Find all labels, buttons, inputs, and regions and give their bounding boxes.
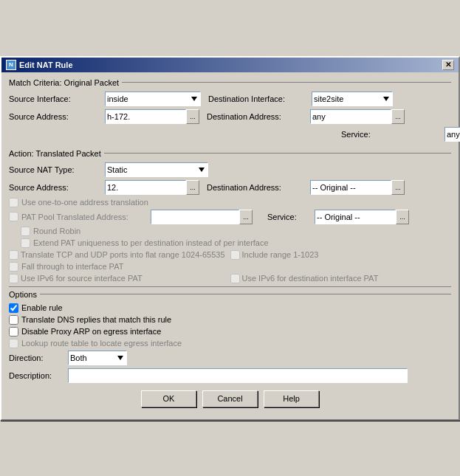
edit-nat-rule-window: N Edit NAT Rule ✕ Match Criteria: Origin… xyxy=(0,56,460,421)
round-robin-checkbox[interactable] xyxy=(21,227,30,236)
translate-tcp-checkbox[interactable] xyxy=(9,250,18,260)
enable-rule-label: Enable rule xyxy=(21,303,63,312)
translated-dest-input[interactable] xyxy=(310,180,391,195)
source-interface-label: Source Interface: xyxy=(9,94,105,103)
extend-pat-row: Extend PAT uniqueness to per destination… xyxy=(21,238,451,248)
translate-dns-label: Translate DNS replies that match this ru… xyxy=(21,315,171,324)
translated-source-browse[interactable]: ... xyxy=(186,180,199,195)
disable-proxy-label: Disable Proxy ARP on egress interface xyxy=(21,327,161,336)
fall-through-checkbox[interactable] xyxy=(9,262,18,272)
ipv6-src-label: Use IPv6 for source interface PAT xyxy=(21,274,143,283)
titlebar: N Edit NAT Rule ✕ xyxy=(1,58,459,72)
pat-pool-browse[interactable]: ... xyxy=(239,210,253,224)
ipv6-dst-group: Use IPv6 for destination interface PAT xyxy=(230,274,452,283)
fall-through-label: Fall through to interface PAT xyxy=(21,262,123,271)
dest-address-browse[interactable]: ... xyxy=(391,109,405,124)
source-address-input-group: ... xyxy=(105,109,199,124)
titlebar-left: N Edit NAT Rule xyxy=(6,60,73,70)
translated-source-label: Source Address: xyxy=(9,183,105,192)
ipv6-row: Use IPv6 for source interface PAT Use IP… xyxy=(9,274,451,283)
enable-rule-row: Enable rule xyxy=(9,303,451,313)
fall-through-row: Fall through to interface PAT xyxy=(9,262,451,272)
translated-dest-input-group: ... xyxy=(310,180,405,195)
source-nat-type-label: Source NAT Type: xyxy=(9,165,105,174)
source-address-browse[interactable]: ... xyxy=(186,109,199,124)
translate-tcp-group: Translate TCP and UDP ports into flat ra… xyxy=(9,250,230,260)
source-address-input[interactable] xyxy=(105,109,186,124)
translated-dest-group: Destination Address: ... xyxy=(207,180,405,195)
direction-label: Direction: xyxy=(9,353,68,362)
dest-address-group: Destination Address: ... xyxy=(207,109,405,124)
service-label: Service: xyxy=(341,130,444,139)
translated-dest-label: Destination Address: xyxy=(207,183,310,192)
cancel-button[interactable]: Cancel xyxy=(202,390,258,407)
use-one-to-one-checkbox[interactable] xyxy=(9,198,18,207)
match-criteria-label: Match Criteria: Original Packet xyxy=(9,78,451,87)
include-range-label: Include range 1-1023 xyxy=(242,250,319,259)
dest-interface-select[interactable]: site2site xyxy=(312,92,393,106)
extend-pat-label: Extend PAT uniqueness to per destination… xyxy=(33,238,269,247)
service-row: Service: ... xyxy=(9,127,451,142)
lookup-route-checkbox[interactable] xyxy=(9,339,18,348)
dest-address-input[interactable] xyxy=(310,109,391,124)
use-one-to-one-row: Use one-to-one address translation xyxy=(9,198,451,207)
translated-service-input-group: ... xyxy=(315,210,409,224)
description-label: Description: xyxy=(9,371,68,380)
description-input[interactable] xyxy=(68,368,408,383)
direction-select[interactable]: Both Inside Outside xyxy=(68,351,127,365)
ipv6-dst-label: Use IPv6 for destination interface PAT xyxy=(242,274,379,283)
window-title: Edit NAT Rule xyxy=(19,61,73,69)
disable-proxy-row: Disable Proxy ARP on egress interface xyxy=(9,327,451,337)
translate-tcp-label: Translate TCP and UDP ports into flat ra… xyxy=(21,250,225,259)
source-nat-type-select[interactable]: Static xyxy=(105,162,208,177)
close-button[interactable]: ✕ xyxy=(442,60,454,70)
source-address-row: Source Address: ... Destination Address:… xyxy=(9,109,451,124)
ipv6-src-checkbox[interactable] xyxy=(9,274,18,283)
translate-tcp-row: Translate TCP and UDP ports into flat ra… xyxy=(9,250,451,260)
use-one-to-one-label: Use one-to-one address translation xyxy=(21,198,148,207)
translated-service-browse[interactable]: ... xyxy=(396,210,409,224)
pat-pool-label: PAT Pool Translated Address: xyxy=(21,213,151,221)
dest-address-label: Destination Address: xyxy=(207,112,310,121)
include-range-checkbox[interactable] xyxy=(230,250,240,260)
round-robin-row: Round Robin xyxy=(21,227,451,236)
pat-pool-input-group: ... xyxy=(151,210,253,224)
source-interface-row: Source Interface: inside Destination Int… xyxy=(9,92,451,106)
translated-source-address-row: Source Address: ... Destination Address:… xyxy=(9,180,451,195)
dest-interface-label: Destination Interface: xyxy=(208,94,312,103)
translated-source-input-group: ... xyxy=(105,180,199,195)
divider xyxy=(9,286,451,287)
translate-dns-checkbox[interactable] xyxy=(9,315,18,325)
translate-dns-row: Translate DNS replies that match this ru… xyxy=(9,315,451,325)
dest-interface-group: Destination Interface: site2site xyxy=(208,92,393,106)
enable-rule-checkbox[interactable] xyxy=(9,303,18,313)
dest-address-input-group: ... xyxy=(310,109,405,124)
options-section: Options Enable rule Translate DNS replie… xyxy=(9,290,451,383)
service-input[interactable] xyxy=(444,127,460,142)
translated-dest-browse[interactable]: ... xyxy=(391,180,405,195)
lookup-route-row: Lookup route table to locate egress inte… xyxy=(9,339,451,348)
service-input-group: ... xyxy=(444,127,460,142)
extend-pat-checkbox[interactable] xyxy=(21,238,30,248)
direction-row: Direction: Both Inside Outside xyxy=(9,351,451,365)
translated-service-label: Service: xyxy=(267,213,312,221)
options-label: Options xyxy=(9,290,451,299)
help-button[interactable]: Help xyxy=(264,390,319,407)
translated-source-input[interactable] xyxy=(105,180,186,195)
dialog-content: Match Criteria: Original Packet Source I… xyxy=(1,72,459,419)
pat-pool-checkbox[interactable] xyxy=(9,212,18,221)
disable-proxy-checkbox[interactable] xyxy=(9,327,18,337)
translated-service-input[interactable] xyxy=(315,210,396,224)
round-robin-label: Round Robin xyxy=(33,227,80,235)
include-range-group: Include range 1-1023 xyxy=(230,250,452,260)
source-address-label: Source Address: xyxy=(9,112,105,121)
ok-button[interactable]: OK xyxy=(141,390,196,407)
ipv6-dst-checkbox[interactable] xyxy=(230,274,240,283)
pat-pool-row: PAT Pool Translated Address: ... Service… xyxy=(9,210,451,224)
button-row: OK Cancel Help xyxy=(9,387,451,413)
source-interface-select[interactable]: inside xyxy=(105,92,201,106)
action-label: Action: Translated Packet xyxy=(9,149,451,158)
description-row: Description: xyxy=(9,368,451,383)
lookup-route-label: Lookup route table to locate egress inte… xyxy=(21,339,182,348)
pat-pool-input[interactable] xyxy=(151,210,239,224)
